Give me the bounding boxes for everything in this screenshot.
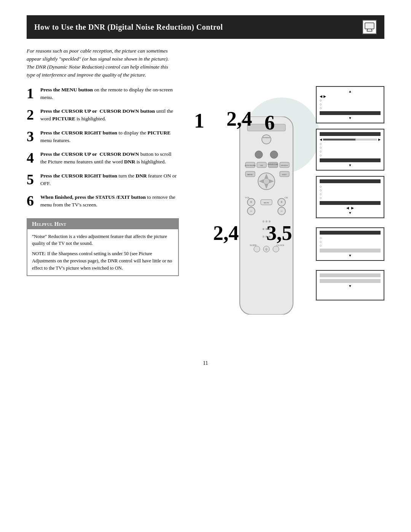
svg-text:+: + xyxy=(250,200,253,205)
step-4: 4 Press the CURSOR UP or CURSOR DOWN but… xyxy=(27,150,179,166)
step-5-text: Press the CURSOR RIGHT button turn the D… xyxy=(40,172,179,188)
svg-text:MUTE: MUTE xyxy=(264,202,269,204)
svg-text:0: 0 xyxy=(266,248,267,251)
svg-text:① ② ③: ① ② ③ xyxy=(262,220,271,223)
svg-rect-4 xyxy=(366,24,373,28)
svg-point-49 xyxy=(273,246,279,252)
screen-1: ▲ ◀ ▶ ◇ ◇ ◇ ▼ xyxy=(316,86,384,123)
header-title: How to Use the DNR (Digital Noise Reduct… xyxy=(34,23,223,32)
step-3-num: 3 xyxy=(27,129,36,144)
svg-text:STATUS: STATUS xyxy=(281,165,288,166)
svg-text:+: + xyxy=(280,200,283,205)
svg-text:MENU: MENU xyxy=(247,174,253,176)
screen-3: ◇ ◇ ◇ ◇ ◀ ▶ ▼ xyxy=(316,176,384,218)
hint-title: Helpful Hint xyxy=(27,219,178,229)
header-box: How to Use the DNR (Digital Noise Reduct… xyxy=(27,15,384,39)
step-5: 5 Press the CURSOR RIGHT button turn the… xyxy=(27,172,179,188)
remote-svg: POWER AUTO BAND CH PATH PICTURE STATUS xyxy=(228,117,304,315)
step-4-num: 4 xyxy=(27,150,36,165)
svg-text:CH: CH xyxy=(285,197,288,199)
left-column: 1 Press the MENU button on the remote to… xyxy=(27,86,179,345)
svg-line-1 xyxy=(367,29,368,31)
hint-para-2: NOTE: If the Sharpness control setting i… xyxy=(32,250,174,272)
step-2-text: Press the CURSOR UP or CURSOR DOWN butto… xyxy=(40,107,179,123)
remote-area: 1 2,4 6 2,4 3,5 POWER xyxy=(190,86,384,345)
header-icon xyxy=(362,20,377,34)
svg-point-7 xyxy=(262,135,271,144)
step-4-text: Press the CURSOR UP or CURSOR DOWN butto… xyxy=(40,150,179,166)
svg-rect-6 xyxy=(247,124,285,131)
hint-box: Helpful Hint "Noise" Reduction is a vide… xyxy=(27,218,179,276)
svg-rect-5 xyxy=(240,117,293,315)
svg-text:⑦ ⑧ ⑨: ⑦ ⑧ ⑨ xyxy=(262,235,271,238)
remote-overlay-1: 1 xyxy=(194,109,204,133)
step-1: 1 Press the MENU button on the remote to… xyxy=(27,86,179,102)
svg-text:PATH PICTURE: PATH PICTURE xyxy=(268,163,278,165)
svg-text:EXIT: EXIT xyxy=(282,174,286,176)
page-number: 11 xyxy=(27,360,384,366)
svg-text:−: − xyxy=(280,208,283,214)
step-6-num: 6 xyxy=(27,193,36,208)
remote-svg-container: POWER AUTO BAND CH PATH PICTURE STATUS xyxy=(228,117,304,316)
svg-point-46 xyxy=(254,246,260,252)
svg-point-26 xyxy=(263,178,269,184)
svg-point-9 xyxy=(255,151,263,158)
svg-text:AUTO BAND: AUTO BAND xyxy=(244,165,256,166)
svg-text:CLOCK: CLOCK xyxy=(277,244,285,246)
screen-2: ◀ ▶ ◇ ◇ ◇ ◇ ▼ xyxy=(316,129,384,171)
page: How to Use the DNR (Digital Noise Reduct… xyxy=(27,0,384,389)
svg-text:POWER: POWER xyxy=(263,137,270,139)
step-5-num: 5 xyxy=(27,172,36,187)
svg-text:VOL: VOL xyxy=(245,197,250,199)
step-1-text: Press the MENU button on the remote to d… xyxy=(40,86,179,102)
hint-para-1: "Noise" Reduction is a video adjustment … xyxy=(32,233,174,248)
step-2: 2 Press the CURSOR UP or CURSOR DOWN but… xyxy=(27,107,179,123)
svg-text:④ ⑤ ⑥: ④ ⑤ ⑥ xyxy=(262,228,271,231)
svg-point-10 xyxy=(270,151,278,158)
screen-5: ▼ xyxy=(316,270,384,300)
main-content: 1 Press the MENU button on the remote to… xyxy=(27,86,384,345)
step-3: 3 Press the CURSOR RIGHT button to displ… xyxy=(27,129,179,145)
tv-icon xyxy=(364,21,375,33)
svg-line-2 xyxy=(371,29,372,31)
screens-column: ▲ ◀ ▶ ◇ ◇ ◇ ▼ xyxy=(316,86,384,300)
svg-text:SLEEP: SLEEP xyxy=(250,244,256,246)
right-column: 1 2,4 6 2,4 3,5 POWER xyxy=(190,86,384,345)
svg-text:CH: CH xyxy=(260,165,263,166)
step-1-num: 1 xyxy=(27,86,36,101)
hint-body: "Noise" Reduction is a video adjustment … xyxy=(27,229,178,276)
step-6-text: When finished, press the STATUS /EXIT bu… xyxy=(40,193,179,209)
step-6: 6 When finished, press the STATUS /EXIT … xyxy=(27,193,179,209)
svg-text:−: − xyxy=(250,208,253,214)
step-2-num: 2 xyxy=(27,107,36,122)
steps-list: 1 Press the MENU button on the remote to… xyxy=(27,86,179,209)
step-3-text: Press the CURSOR RIGHT button to display… xyxy=(40,129,179,145)
screen-4: ◇ ◇ ◇ ▼ xyxy=(316,227,384,261)
intro-text: For reasons such as poor cable reception… xyxy=(27,47,171,79)
